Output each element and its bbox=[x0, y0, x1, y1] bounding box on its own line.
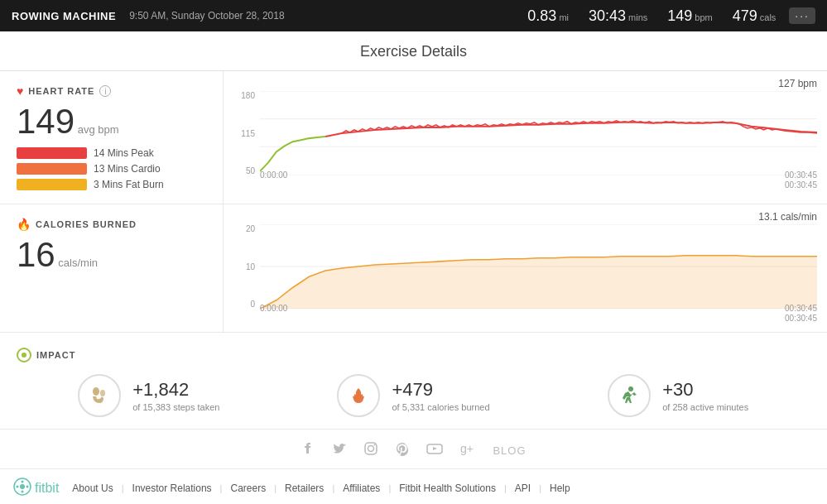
top-stats: 0.83 mi 30:43 mins 149 bpm 479 cals bbox=[527, 7, 776, 25]
impact-calories: +479 of 5,331 calories burned bbox=[281, 374, 546, 417]
svg-text:g+: g+ bbox=[460, 442, 474, 455]
calories-value: 16 bbox=[17, 235, 55, 274]
fitbit-logo-icon bbox=[13, 478, 31, 499]
hr-chart-svg bbox=[260, 91, 817, 175]
cal-chart-svg bbox=[260, 224, 817, 309]
calories-svg bbox=[349, 386, 368, 406]
peak-zone: 14 Mins Peak bbox=[17, 147, 206, 159]
footer-link-affiliates[interactable]: Affiliates bbox=[343, 482, 380, 494]
footer-link-api[interactable]: API bbox=[515, 482, 531, 494]
hr-x-start: 0:00:00 bbox=[260, 170, 287, 190]
cardio-label: 13 Mins Cardio bbox=[94, 163, 161, 175]
stat-bpm: 149 bpm bbox=[667, 7, 712, 25]
distance-unit: mi bbox=[559, 12, 569, 22]
page-title: Exercise Details bbox=[0, 31, 827, 71]
svg-point-20 bbox=[22, 481, 24, 483]
fitbit-logo-text: fitbit bbox=[35, 481, 59, 496]
footer-link-careers[interactable]: Careers bbox=[230, 482, 266, 494]
datetime: 9:50 AM, Sunday October 28, 2018 bbox=[129, 10, 514, 22]
footer-link-help[interactable]: Help bbox=[550, 482, 570, 494]
impact-header: IMPACT bbox=[17, 348, 810, 362]
svg-point-10 bbox=[628, 386, 633, 391]
calories-left: 🔥 CALORIES BURNED 16 cals/min bbox=[0, 204, 224, 332]
fitbit-logo: fitbit bbox=[13, 478, 59, 499]
heart-icon: ♥ bbox=[17, 84, 23, 98]
footer-links: fitbit About Us | Investor Relations | C… bbox=[0, 469, 827, 504]
impact-active: +30 of 258 active minutes bbox=[546, 374, 810, 417]
calories-header: 🔥 CALORIES BURNED bbox=[17, 218, 206, 231]
distance-value: 0.83 bbox=[527, 7, 556, 25]
heart-rate-section: ♥ HEART RATE i 149 avg bpm 14 Mins Peak … bbox=[0, 71, 827, 204]
svg-point-9 bbox=[100, 390, 105, 396]
active-desc: of 258 active minutes bbox=[662, 402, 748, 412]
cal-chart-max: 13.1 cals/min bbox=[235, 211, 817, 223]
steps-icon bbox=[78, 374, 121, 417]
hr-chart-max: 127 bpm bbox=[235, 78, 817, 89]
hr-chart-area bbox=[260, 91, 817, 175]
heart-rate-label: HEART RATE bbox=[28, 86, 94, 96]
calories-delta: +479 bbox=[392, 379, 489, 401]
instagram-icon[interactable] bbox=[363, 441, 378, 460]
calories-label: CALORIES BURNED bbox=[36, 219, 137, 229]
heart-rate-chart-panel: 127 bpm 180 115 50 bbox=[224, 71, 827, 204]
cardio-bar bbox=[17, 163, 87, 175]
more-button[interactable]: ··· bbox=[789, 7, 815, 24]
bpm-unit: bpm bbox=[695, 12, 712, 22]
time-unit: mins bbox=[628, 12, 647, 22]
cal-y-labels: 20 10 0 bbox=[235, 224, 258, 309]
fatburn-bar bbox=[17, 179, 87, 190]
steps-delta: +1,842 bbox=[132, 379, 219, 401]
footer-link-investor[interactable]: Investor Relations bbox=[132, 482, 212, 494]
stat-cals: 479 cals bbox=[733, 7, 777, 25]
calories-chart-panel: 13.1 cals/min 20 10 0 bbox=[224, 204, 827, 332]
steps-svg bbox=[89, 385, 110, 406]
heart-rate-value-row: 149 avg bpm bbox=[17, 104, 206, 139]
calories-desc: of 5,331 calories burned bbox=[392, 402, 489, 412]
heart-rate-header: ♥ HEART RATE i bbox=[17, 84, 206, 98]
google-plus-icon[interactable]: g+ bbox=[459, 441, 476, 460]
hr-y-115: 115 bbox=[235, 129, 255, 138]
hr-x-end: 00:30:4500:30:45 bbox=[785, 170, 817, 190]
cal-x-labels: 0:00:00 00:30:4500:30:45 bbox=[260, 304, 817, 324]
hr-y-180: 180 bbox=[235, 91, 255, 100]
heart-rate-info-icon[interactable]: i bbox=[99, 85, 111, 97]
cals-value: 479 bbox=[733, 7, 757, 25]
active-delta: +30 bbox=[662, 379, 748, 401]
heart-rate-avg-unit: avg bpm bbox=[78, 123, 119, 136]
facebook-icon[interactable] bbox=[301, 441, 315, 460]
svg-point-13 bbox=[368, 446, 374, 452]
impact-label: IMPACT bbox=[36, 350, 75, 360]
peak-bar bbox=[17, 147, 87, 159]
blog-link[interactable]: BLOG bbox=[493, 444, 526, 457]
cal-chart-area bbox=[260, 224, 817, 309]
youtube-icon[interactable] bbox=[426, 441, 443, 460]
cal-x-end: 00:30:4500:30:45 bbox=[785, 304, 817, 324]
svg-marker-16 bbox=[433, 447, 437, 450]
active-icon bbox=[608, 374, 651, 417]
social-section: g+ BLOG bbox=[0, 430, 827, 469]
cardio-zone: 13 Mins Cardio bbox=[17, 163, 206, 175]
heart-rate-avg-value: 149 bbox=[17, 102, 75, 141]
calories-value-row: 16 cals/min bbox=[17, 238, 206, 272]
stat-distance: 0.83 mi bbox=[527, 7, 569, 25]
main-content: ♥ HEART RATE i 149 avg bpm 14 Mins Peak … bbox=[0, 71, 827, 504]
pinterest-icon[interactable] bbox=[395, 441, 410, 460]
hr-y-labels: 180 115 50 bbox=[235, 91, 258, 175]
footer-link-retailers[interactable]: Retailers bbox=[285, 482, 324, 494]
fitbit-icon-svg bbox=[13, 478, 31, 496]
svg-marker-7 bbox=[260, 256, 817, 309]
stat-time: 30:43 mins bbox=[589, 7, 647, 25]
svg-point-14 bbox=[374, 444, 376, 446]
hr-chart-container: 180 115 50 bbox=[235, 91, 817, 190]
svg-point-19 bbox=[20, 484, 25, 489]
fire-icon: 🔥 bbox=[17, 218, 31, 231]
footer-link-health[interactable]: Fitbit Health Solutions bbox=[399, 482, 496, 494]
bpm-value: 149 bbox=[667, 7, 692, 25]
footer-link-about[interactable]: About Us bbox=[72, 482, 113, 494]
twitter-icon[interactable] bbox=[332, 441, 347, 460]
heart-rate-left: ♥ HEART RATE i 149 avg bpm 14 Mins Peak … bbox=[0, 71, 224, 204]
active-svg bbox=[618, 385, 640, 406]
hr-x-labels: 0:00:00 00:30:4500:30:45 bbox=[260, 170, 817, 190]
svg-point-21 bbox=[22, 491, 24, 493]
fatburn-label: 3 Mins Fat Burn bbox=[94, 179, 164, 190]
